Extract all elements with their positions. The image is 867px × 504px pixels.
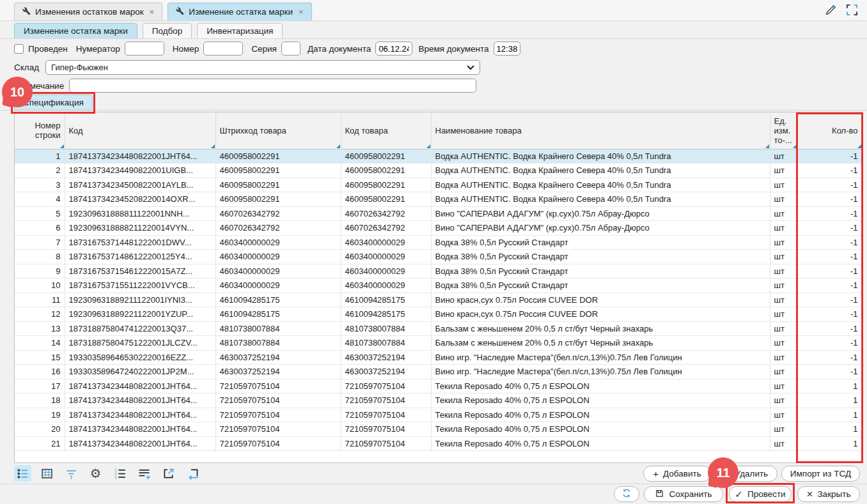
note-input[interactable]: [69, 79, 476, 93]
import-tsd-button[interactable]: Импорт из ТСД: [781, 466, 860, 482]
column-header-4[interactable]: Наименование товара: [431, 112, 770, 149]
column-header-3[interactable]: Код товара: [341, 112, 431, 149]
warehouse-label: Склад: [14, 63, 39, 72]
table-row[interactable]: 2187413734234490822001UIGB...46009580022…: [15, 164, 862, 178]
cell: шт: [770, 164, 797, 178]
cell: 18731675371486122200125Y4...: [65, 250, 215, 264]
column-header-6[interactable]: Кол-во: [797, 112, 862, 149]
tab-inventory[interactable]: Инвентаризация: [197, 23, 283, 39]
cell: 187413734234480822001JHT64...: [65, 436, 215, 451]
tab-podbor[interactable]: Подбор: [143, 23, 192, 39]
table-row[interactable]: 18187413734234480822001JHT64...721059707…: [15, 393, 862, 408]
cell: 7210597075104: [341, 393, 431, 408]
table-row[interactable]: 41874137342345208220014OXR...46009580022…: [15, 192, 862, 207]
series-label: Серия: [251, 44, 277, 54]
table-row[interactable]: 21187413734234480822001JHT64...721059707…: [15, 436, 862, 451]
cell: 14: [15, 336, 65, 351]
cell: 4600958002291: [341, 192, 431, 207]
doc-date-input[interactable]: [375, 42, 412, 56]
document-tabs: Изменение остатка марки Подбор Инвентари…: [14, 23, 283, 39]
cell: 4600958002291: [215, 192, 341, 207]
plus-icon: +: [653, 469, 659, 478]
doc-time-label: Время документа: [418, 44, 488, 54]
table-row[interactable]: 17187413734234480822001JHT64...721059707…: [15, 379, 862, 393]
cell: 13: [15, 321, 65, 336]
table-row[interactable]: 131873188758047412220013Q37...4810738007…: [15, 321, 862, 336]
column-header-2[interactable]: Штрихкод товара: [215, 112, 341, 149]
cell: 18: [15, 393, 65, 408]
table-row[interactable]: 10187316753715511222001VYCB...4603400000…: [15, 279, 862, 293]
numbered-list-icon[interactable]: 123: [111, 465, 129, 482]
cell: 4810738007884: [341, 321, 431, 336]
proveden-label: Проведен: [28, 44, 68, 54]
window-tab-mark-change[interactable]: Изменение остатка марки ×: [168, 3, 311, 20]
open-external-icon[interactable]: [160, 465, 177, 482]
refresh-button[interactable]: [614, 486, 639, 502]
table-row[interactable]: 12192309631889221122001YZUP...4610094285…: [15, 307, 862, 322]
table-row[interactable]: 5192309631888811122001NNH...460702634279…: [15, 206, 862, 221]
table-grid-icon[interactable]: [38, 465, 56, 482]
list-view-icon[interactable]: [14, 465, 31, 482]
table-row[interactable]: 151933035896465302220016EZZ...4630037252…: [15, 350, 862, 365]
reload-loop-icon[interactable]: [184, 465, 201, 482]
cell: 4603400000029: [341, 235, 431, 250]
warehouse-select[interactable]: Гипер-Фьюжен: [45, 60, 480, 75]
close-icon[interactable]: ×: [150, 7, 155, 17]
cell: 1874137342345208220014OXR...: [65, 192, 215, 207]
fullscreen-icon[interactable]: [846, 4, 858, 18]
table-row[interactable]: 19187413734234480822001JHT64...721059707…: [15, 408, 862, 422]
cell: 1873167537154612220015A7Z...: [65, 264, 215, 279]
cell: шт: [770, 178, 797, 192]
table-row[interactable]: 91873167537154612220015A7Z...46034000000…: [15, 264, 862, 279]
edit-pencil-icon[interactable]: [825, 4, 837, 18]
column-header-0[interactable]: Номер строки: [15, 112, 65, 149]
window-tab-marks-changes[interactable]: Изменения остатков марок ×: [14, 3, 162, 20]
numerator-input[interactable]: [125, 42, 164, 56]
column-header-5[interactable]: Ед. изм. то-...: [770, 112, 797, 149]
table-row[interactable]: 11192309631889211122001IYNI3...461009428…: [15, 293, 862, 307]
close-icon[interactable]: ×: [299, 7, 304, 17]
table-row[interactable]: 1187413734234480822001JHT64...4600958002…: [15, 149, 862, 164]
window-tab-bar: Изменения остатков марок × Изменение ост…: [0, 0, 867, 21]
series-input[interactable]: [281, 42, 301, 56]
save-button[interactable]: Сохранить: [644, 486, 723, 502]
table-row[interactable]: 7187316753714481222001DWV...460340000002…: [15, 235, 862, 250]
column-header-1[interactable]: Код: [65, 112, 215, 149]
cell: 16: [15, 365, 65, 379]
tab-mark-change[interactable]: Изменение остатка марки: [14, 23, 137, 39]
table-row[interactable]: 16193303589647240222001JP2M...4630037252…: [15, 365, 862, 379]
proveden-checkbox[interactable]: [14, 44, 24, 54]
add-button[interactable]: + Добавить: [643, 466, 711, 482]
cell: 7210597075104: [215, 436, 341, 451]
table-row[interactable]: 61923096318888211220014VYN...46070263427…: [15, 221, 862, 236]
cell: шт: [770, 264, 797, 279]
post-button[interactable]: ✓ Провести: [729, 486, 792, 502]
cell: Водка 38% 0,5л Русский Стандарт: [431, 250, 770, 264]
cell: 4610094285175: [215, 307, 341, 322]
cell: 4603400000029: [341, 279, 431, 293]
add-to-list-icon[interactable]: [136, 465, 153, 482]
cell: -1: [797, 307, 862, 322]
doc-time-input[interactable]: [494, 42, 520, 56]
cell: 4600958002291: [215, 164, 341, 178]
cell: 4810738007884: [341, 336, 431, 351]
close-button[interactable]: × Закрыть: [797, 486, 860, 502]
table-row[interactable]: 14187318875804751222001JLCZV...481073800…: [15, 336, 862, 351]
cell: шт: [770, 436, 797, 451]
table-footer-toolbar: ⚙ 123: [14, 465, 201, 482]
cell: 187413734234480822001JHT64...: [65, 408, 215, 422]
table-row[interactable]: 818731675371486122200125Y4...46034000000…: [15, 250, 862, 264]
table-row[interactable]: 3187413734234500822001AYLB...46009580022…: [15, 178, 862, 192]
cell: 187413734234480822001JHT64...: [65, 422, 215, 437]
cell: Вино "САПЕРАВИ АДАГУМ" (кр.сух)0.75л Абр…: [431, 221, 770, 236]
table-row[interactable]: 20187413734234480822001JHT64...721059707…: [15, 422, 862, 437]
cell: 187413734234500822001AYLB...: [65, 178, 215, 192]
cell: 4610094285175: [341, 293, 431, 307]
settings-gear-icon[interactable]: ⚙: [87, 465, 104, 482]
cell: -1: [797, 365, 862, 379]
filter-icon[interactable]: [63, 465, 80, 482]
cell: 7210597075104: [341, 379, 431, 393]
number-input[interactable]: [203, 42, 243, 56]
window-tab-label: Изменение остатка марки: [189, 7, 293, 17]
cell: 193303589647240222001JP2M...: [65, 365, 215, 379]
